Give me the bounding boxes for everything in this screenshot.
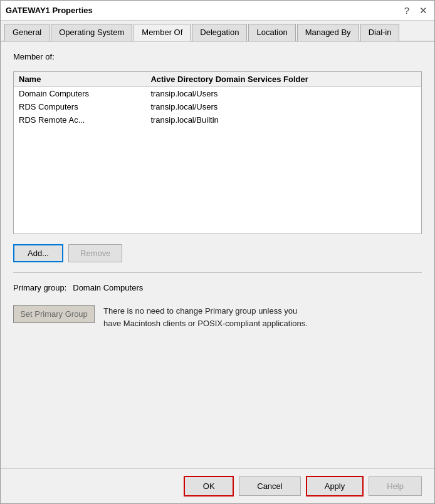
primary-group-label: Primary group: [13,283,66,292]
help-button: Help [369,476,422,496]
tab-dial-in[interactable]: Dial-in [360,24,400,41]
cancel-button[interactable]: Cancel [239,476,300,496]
table-row[interactable]: RDS Remote Ac... transip.local/Builtin [14,113,421,126]
row-name-1: RDS Computers [14,100,145,113]
remove-button[interactable]: Remove [68,244,122,262]
row-name-2: RDS Remote Ac... [14,113,145,126]
member-table: Name Active Directory Domain Services Fo… [13,71,422,234]
close-button[interactable]: ✕ [417,4,429,17]
help-button[interactable]: ? [401,4,413,17]
table-row[interactable]: RDS Computers transip.local/Users [14,100,421,113]
row-folder-0: transip.local/Users [145,87,421,101]
footer: OK Cancel Apply Help [1,468,434,503]
table-row[interactable]: Domain Computers transip.local/Users [14,87,421,101]
title-bar: GATEWAY1 Properties ? ✕ [1,1,434,21]
set-primary-group-button[interactable]: Set Primary Group [13,305,95,323]
member-of-label: Member of: [13,52,422,61]
add-button[interactable]: Add... [13,244,63,262]
row-folder-2: transip.local/Builtin [145,113,421,126]
col-header-folder: Active Directory Domain Services Folder [145,72,421,87]
ok-button[interactable]: OK [184,476,234,496]
tab-member-of[interactable]: Member Of [134,24,191,41]
tab-location[interactable]: Location [248,24,295,41]
primary-group-value: Domain Computers [73,283,143,292]
set-primary-description: There is no need to change Primary group… [103,305,317,329]
tab-bar: General Operating System Member Of Deleg… [1,21,434,42]
primary-group-row: Primary group: Domain Computers [13,283,422,292]
section-divider [13,272,422,273]
tab-general[interactable]: General [4,24,50,41]
row-folder-1: transip.local/Users [145,100,421,113]
col-header-name: Name [14,72,145,87]
tab-operating-system[interactable]: Operating System [51,24,132,41]
tab-managed-by[interactable]: Managed By [297,24,359,41]
window-title: GATEWAY1 Properties [6,6,93,15]
tab-delegation[interactable]: Delegation [192,24,247,41]
apply-button[interactable]: Apply [306,476,364,496]
title-bar-controls: ? ✕ [401,4,429,17]
row-name-0: Domain Computers [14,87,145,101]
table-action-buttons: Add... Remove [13,244,422,262]
window: GATEWAY1 Properties ? ✕ General Operatin… [0,0,435,504]
main-content: Member of: Name Active Directory Domain … [1,42,434,468]
set-primary-row: Set Primary Group There is no need to ch… [13,305,422,329]
